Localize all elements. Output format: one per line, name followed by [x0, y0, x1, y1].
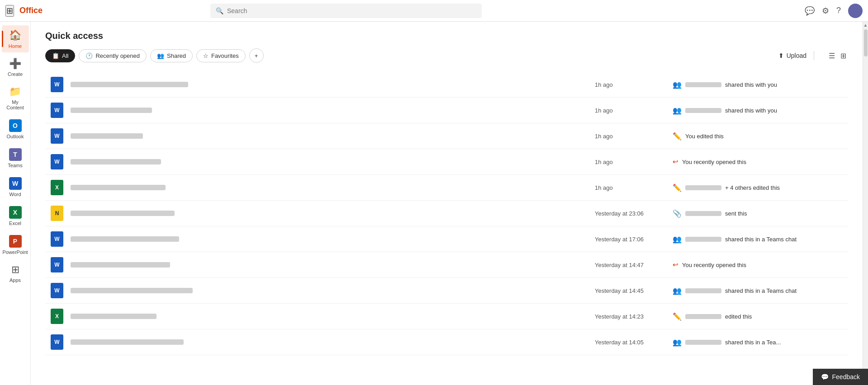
tab-favourites[interactable]: ☆ Favourites [196, 49, 246, 62]
grid-icon-button[interactable]: ⊞ [5, 5, 14, 17]
tab-recently-opened[interactable]: 🕐 Recently opened [79, 49, 147, 62]
activity-icon: 👥 [673, 338, 682, 347]
file-name-bar [71, 82, 188, 87]
file-icon-wrap: X [49, 308, 65, 324]
file-name-bar [71, 236, 179, 242]
excel-icon: X [9, 206, 22, 219]
teams-icon: T [9, 148, 22, 161]
scroll-thumb[interactable] [864, 29, 868, 56]
tab-shared-label: Shared [167, 52, 186, 59]
list-view-button[interactable]: ☰ [827, 50, 837, 62]
search-input[interactable] [227, 7, 476, 14]
file-activity: 👥 shared this with you [673, 106, 844, 115]
file-activity: 👥 shared this in a Teams chat [673, 286, 844, 295]
sidebar-label-apps: Apps [9, 277, 21, 283]
activity-name-bar [685, 340, 721, 345]
file-row[interactable]: W 1h ago ✏️ You edited this [45, 123, 848, 149]
feedback-button[interactable]: 💬 Feedback [813, 369, 868, 385]
file-name-bar [71, 185, 166, 190]
word-file-icon: W [51, 283, 63, 298]
excel-file-icon: X [51, 180, 63, 195]
word-file-icon: W [51, 231, 63, 247]
help-icon-button[interactable]: ? [836, 6, 841, 15]
activity-text: shared this with you [725, 81, 777, 88]
feedback-icon: 💬 [821, 373, 829, 380]
activity-text: + 4 others edited this [725, 184, 780, 191]
activity-name-bar [685, 108, 721, 113]
tab-shared[interactable]: 👥 Shared [150, 49, 193, 62]
file-icon-wrap: W [49, 102, 65, 118]
tab-all[interactable]: 📋 All [45, 49, 75, 62]
activity-icon: ✏️ [673, 132, 682, 141]
file-icon-wrap: W [49, 128, 65, 144]
activity-text: shared this in a Teams chat [725, 287, 797, 294]
file-row[interactable]: N Yesterday at 23:06 📎 sent this [45, 201, 848, 226]
sidebar-item-apps[interactable]: ⊞ Apps [2, 260, 29, 286]
activity-name-bar [685, 211, 721, 216]
upload-icon: ⬆ [778, 52, 784, 59]
activity-name-bar [685, 82, 721, 87]
file-time: Yesterday at 14:05 [595, 339, 667, 346]
file-name-col [71, 236, 589, 242]
top-nav: ⊞ Office 🔍 💬 ⚙ ? [0, 0, 868, 22]
file-row[interactable]: X 1h ago ✏️ + 4 others edited this [45, 175, 848, 201]
activity-name-bar [685, 288, 721, 293]
settings-icon-button[interactable]: ⚙ [822, 6, 829, 16]
activity-text: sent this [725, 210, 747, 217]
activity-icon: ↩ [673, 158, 678, 166]
file-name-col [71, 133, 589, 139]
sidebar-item-create[interactable]: ➕ Create [2, 54, 29, 80]
file-activity: 👥 shared this in a Tea... [673, 338, 844, 347]
activity-text: shared this in a Teams chat [725, 236, 797, 243]
upload-button[interactable]: ⬆ Upload [778, 52, 806, 59]
tab-add-icon: + [255, 52, 258, 59]
file-row[interactable]: W Yesterday at 14:45 👥 shared this in a … [45, 278, 848, 304]
file-name-bar [71, 211, 175, 216]
sidebar-item-outlook[interactable]: O Outlook [2, 116, 29, 143]
scroll-up-arrow[interactable]: ▲ [863, 22, 868, 28]
file-icon-wrap: W [49, 154, 65, 170]
file-row[interactable]: X Yesterday at 14:23 ✏️ edited this [45, 304, 848, 329]
file-name-bar [71, 108, 152, 113]
avatar[interactable] [848, 4, 863, 18]
file-activity: ✏️ You edited this [673, 132, 844, 141]
sidebar-item-powerpoint[interactable]: P PowerPoint [2, 231, 29, 258]
file-name-col [71, 108, 589, 113]
grid-view-button[interactable]: ⊞ [839, 50, 848, 62]
sidebar-item-excel[interactable]: X Excel [2, 202, 29, 230]
file-name-col [71, 262, 589, 268]
sidebar-item-home[interactable]: 🏠 Home [2, 25, 29, 52]
file-activity: ✏️ + 4 others edited this [673, 183, 844, 192]
tab-fav-label: Favourites [211, 52, 239, 59]
word-file-icon: W [51, 77, 63, 92]
mycontent-icon: 📁 [9, 86, 21, 98]
file-row[interactable]: W Yesterday at 14:47 ↩ You recently open… [45, 252, 848, 278]
activity-text: edited this [725, 313, 752, 320]
right-scrollbar[interactable]: ▲ [863, 22, 868, 385]
sidebar-label-powerpoint: PowerPoint [2, 249, 28, 255]
sidebar-item-mycontent[interactable]: 📁 My Content [2, 82, 29, 114]
file-row[interactable]: W 1h ago 👥 shared this with you [45, 98, 848, 123]
file-row[interactable]: W 1h ago 👥 shared this with you [45, 72, 848, 98]
outlook-icon: O [9, 119, 22, 132]
sidebar-item-word[interactable]: W Word [2, 174, 29, 201]
activity-icon: 👥 [673, 286, 682, 295]
file-row[interactable]: W 1h ago ↩ You recently opened this [45, 149, 848, 175]
content-area: Quick access 📋 All 🕐 Recently opened 👥 S… [31, 22, 863, 385]
file-row[interactable]: W Yesterday at 14:05 👥 shared this in a … [45, 329, 848, 355]
sidebar-item-teams[interactable]: T Teams [2, 145, 29, 172]
file-name-col [71, 288, 589, 293]
tab-all-icon: 📋 [52, 52, 59, 59]
file-time: Yesterday at 14:47 [595, 262, 667, 268]
activity-name-bar [685, 185, 721, 190]
home-icon: 🏠 [9, 29, 22, 42]
file-name-bar [71, 339, 184, 345]
tab-add[interactable]: + [249, 48, 264, 63]
activity-icon: 📎 [673, 209, 682, 218]
feedback-icon-button[interactable]: 💬 [805, 6, 815, 16]
activity-icon: 👥 [673, 80, 682, 89]
file-time: Yesterday at 14:23 [595, 313, 667, 320]
file-name-col [71, 159, 589, 164]
word-file-icon: W [51, 128, 63, 144]
file-row[interactable]: W Yesterday at 17:06 👥 shared this in a … [45, 226, 848, 252]
